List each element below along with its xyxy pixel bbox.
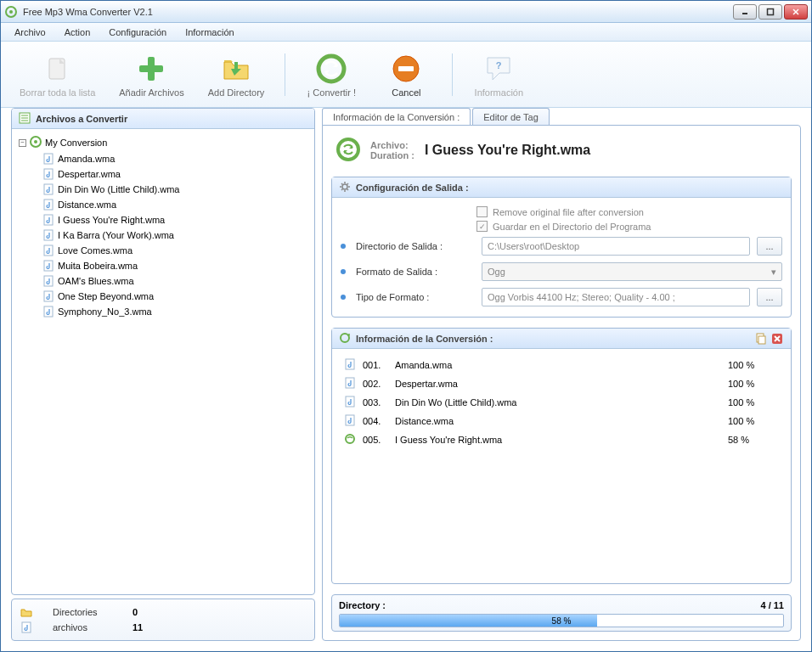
refresh-icon: [339, 332, 351, 346]
svg-rect-8: [139, 65, 163, 72]
collapse-icon[interactable]: −: [19, 139, 26, 147]
file-name: Distance.wma: [58, 200, 116, 210]
save-program-dir-row: ✓ Guardar en el Directorio del Programa: [341, 219, 782, 233]
file-name: Despertar.wma: [58, 169, 121, 179]
stats-files: archivos 11: [20, 620, 306, 635]
item-name: Despertar.wma: [395, 379, 721, 389]
app-window: Free Mp3 Wma Converter V2.1 Archivo Acti…: [0, 0, 812, 652]
remove-original-checkbox[interactable]: [476, 206, 488, 217]
maximize-button[interactable]: [758, 4, 782, 20]
conversion-list: 001.Amanda.wma100 %002.Despertar.wma100 …: [332, 349, 791, 583]
close-button[interactable]: [784, 4, 808, 20]
conversion-row: 005.I Guess You're Right.wma58 %: [341, 430, 782, 449]
minimize-button[interactable]: [733, 4, 757, 20]
conversion-row: 002.Despertar.wma100 %: [341, 374, 782, 393]
add-files-button[interactable]: Añadir Archivos: [110, 48, 192, 101]
output-format-row: Formato de Salida : Ogg ▾: [341, 259, 782, 284]
tree-file-item[interactable]: Din Din Wo (Little Child).wma: [19, 182, 307, 197]
tree-file-item[interactable]: Despertar.wma: [19, 166, 307, 182]
folder-icon: [219, 52, 253, 86]
music-file-icon: [42, 275, 54, 287]
copy-button[interactable]: [753, 332, 767, 346]
output-config-header: Configuración de Salida :: [332, 177, 791, 198]
svg-point-1: [9, 10, 13, 14]
tree-file-item[interactable]: One Step Beyond.wma: [19, 289, 307, 304]
tree-root[interactable]: − My Conversion: [19, 134, 307, 151]
file-name: OAM's Blues.wma: [58, 276, 134, 286]
svg-rect-50: [346, 415, 354, 425]
svg-rect-26: [44, 261, 53, 271]
music-file-icon: [42, 153, 54, 165]
menu-configuracion[interactable]: Configuración: [100, 25, 175, 39]
cancel-button[interactable]: Cancel: [372, 48, 440, 101]
browse-dir-button[interactable]: ...: [757, 237, 782, 256]
svg-rect-30: [22, 622, 31, 632]
file-name: Love Comes.wma: [58, 245, 133, 256]
convert-button[interactable]: ¡ Convertir !: [297, 48, 365, 101]
bullet-icon: [341, 269, 346, 274]
toolbar: Borrar toda la lista Añadir Archivos Add…: [1, 42, 811, 108]
svg-point-32: [342, 184, 347, 189]
files-panel-header: Archivos a Convertir: [12, 109, 314, 129]
content-area: Archivos a Convertir − My Conversion Ama…: [1, 108, 811, 651]
list-icon: [19, 112, 31, 126]
output-dir-input[interactable]: C:\Users\root\Desktop: [482, 237, 750, 256]
svg-point-18: [34, 140, 37, 143]
tree-file-item[interactable]: Distance.wma: [19, 197, 307, 212]
menu-archivo[interactable]: Archivo: [6, 25, 54, 39]
page-icon: [41, 52, 75, 86]
tree-file-item[interactable]: I Ka Barra (Your Work).wma: [19, 228, 307, 243]
tree-file-item[interactable]: I Guess You're Right.wma: [19, 212, 307, 228]
output-config-body: Remove original file after conversion ✓ …: [332, 198, 791, 317]
tab-body: Archivo: Duration : I Guess You're Right…: [322, 125, 801, 641]
file-name: Symphony_No_3.wma: [58, 306, 152, 317]
svg-rect-11: [398, 66, 414, 71]
menu-informacion[interactable]: Información: [177, 25, 242, 39]
plus-icon: [134, 52, 168, 86]
tab-conversion-info[interactable]: Información de la Conversión :: [322, 108, 471, 126]
output-format-select[interactable]: Ogg ▾: [482, 262, 782, 281]
svg-rect-48: [346, 378, 354, 388]
info-button[interactable]: ? Información: [465, 48, 533, 101]
item-name: I Guess You're Right.wma: [395, 435, 721, 445]
svg-rect-20: [44, 169, 53, 179]
svg-rect-19: [44, 154, 53, 164]
svg-rect-25: [44, 245, 53, 256]
add-directory-button[interactable]: Add Directory: [200, 48, 273, 101]
conversion-info-section: Información de la Conversión : 001.Amand…: [331, 328, 792, 584]
tree-file-item[interactable]: Love Comes.wma: [19, 243, 307, 258]
toolbar-separator: [285, 53, 285, 96]
convert-small-icon: [30, 136, 42, 149]
music-file-icon: [42, 244, 54, 256]
bullet-icon: [341, 295, 346, 300]
tree-file-item[interactable]: Amanda.wma: [19, 151, 307, 166]
file-name: I Ka Barra (Your Work).wma: [58, 230, 174, 240]
conversion-row: 001.Amanda.wma100 %: [341, 356, 782, 374]
menu-action[interactable]: Action: [56, 25, 99, 39]
tree-file-item[interactable]: Muita Bobeira.wma: [19, 258, 307, 273]
item-number: 001.: [363, 360, 388, 370]
svg-text:?: ?: [496, 60, 502, 70]
conversion-row: 003.Din Din Wo (Little Child).wma100 %: [341, 393, 782, 412]
close-section-button[interactable]: [770, 332, 784, 346]
save-program-dir-checkbox[interactable]: ✓: [476, 221, 488, 232]
browse-format-button[interactable]: ...: [757, 288, 782, 306]
item-name: Distance.wma: [395, 416, 721, 426]
tree-file-item[interactable]: OAM's Blues.wma: [19, 273, 307, 289]
tree-file-item[interactable]: Symphony_No_3.wma: [19, 304, 307, 319]
file-name: One Step Beyond.wma: [58, 291, 154, 301]
svg-rect-43: [758, 336, 765, 344]
format-type-input[interactable]: Ogg Vorbis 44100 Hz; Stereo; Quality - 4…: [482, 288, 750, 306]
svg-rect-23: [44, 215, 53, 225]
file-name: Amanda.wma: [58, 154, 115, 164]
svg-point-31: [338, 139, 358, 160]
tab-tag-editor[interactable]: Editor de Tag: [472, 108, 550, 126]
clear-list-button[interactable]: Borrar toda la lista: [11, 48, 104, 101]
remove-original-row: Remove original file after conversion: [341, 205, 782, 219]
file-name: I Guess You're Right.wma: [58, 215, 165, 225]
chevron-down-icon: ▾: [771, 267, 776, 278]
svg-rect-49: [346, 396, 354, 407]
music-file-icon: [42, 214, 54, 226]
music-file-icon: [42, 229, 54, 241]
folder-small-icon: [20, 606, 32, 618]
